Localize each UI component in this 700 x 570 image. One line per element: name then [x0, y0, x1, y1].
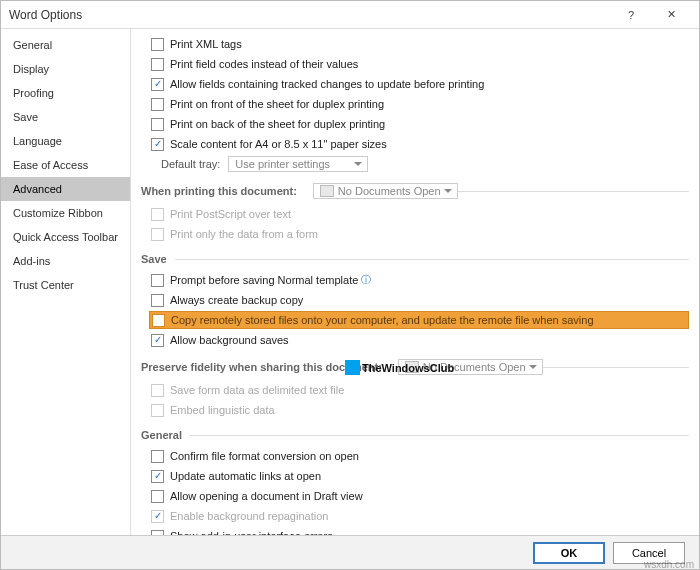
lbl-field-codes: Print field codes instead of their value… [170, 58, 358, 70]
chk-data-only [151, 228, 164, 241]
lbl-default-tray: Default tray: [161, 158, 220, 170]
chk-print-front[interactable] [151, 98, 164, 111]
sidebar-item-trust[interactable]: Trust Center [1, 273, 130, 297]
chk-scale[interactable] [151, 138, 164, 151]
chk-repagination [151, 510, 164, 523]
chk-backup[interactable] [151, 294, 164, 307]
content-pane[interactable]: Print XML tags Print field codes instead… [131, 29, 699, 535]
chk-draft-view[interactable] [151, 490, 164, 503]
info-icon[interactable]: ⓘ [361, 273, 371, 287]
lbl-update-links: Update automatic links at open [170, 470, 321, 482]
dialog-body: General Display Proofing Save Language E… [1, 29, 699, 535]
titlebar: Word Options ? ✕ [1, 1, 699, 29]
chk-form-data [151, 384, 164, 397]
lbl-embed-ling: Embed linguistic data [170, 404, 275, 416]
window-title: Word Options [9, 8, 611, 22]
section-save: Save [141, 253, 689, 265]
chk-bg-saves[interactable] [151, 334, 164, 347]
sidebar-item-ribbon[interactable]: Customize Ribbon [1, 201, 130, 225]
watermark-source: wsxdh.com [644, 559, 694, 570]
dialog-footer: OK Cancel [1, 535, 699, 569]
section-title: Save [141, 253, 167, 265]
lbl-print-back: Print on back of the sheet for duplex pr… [170, 118, 385, 130]
lbl-print-xml: Print XML tags [170, 38, 242, 50]
lbl-scale: Scale content for A4 or 8.5 x 11" paper … [170, 138, 387, 150]
lbl-copy-remote: Copy remotely stored files onto your com… [171, 314, 594, 326]
document-icon [320, 185, 334, 197]
sidebar-item-proofing[interactable]: Proofing [1, 81, 130, 105]
lbl-backup: Always create backup copy [170, 294, 303, 306]
chk-copy-remote[interactable] [152, 314, 165, 327]
sidebar-item-language[interactable]: Language [1, 129, 130, 153]
chk-allow-fields[interactable] [151, 78, 164, 91]
chk-field-codes[interactable] [151, 58, 164, 71]
sidebar-item-qat[interactable]: Quick Access Toolbar [1, 225, 130, 249]
lbl-allow-fields: Allow fields containing tracked changes … [170, 78, 484, 90]
lbl-print-front: Print on front of the sheet for duplex p… [170, 98, 384, 110]
dd-default-tray[interactable]: Use printer settings [228, 156, 368, 172]
dd-printing-doc[interactable]: No Documents Open [313, 183, 458, 199]
chk-prompt-normal[interactable] [151, 274, 164, 287]
lbl-prompt-normal: Prompt before saving Normal template [170, 274, 358, 286]
sidebar-item-addins[interactable]: Add-ins [1, 249, 130, 273]
lbl-draft-view: Allow opening a document in Draft view [170, 490, 363, 502]
chk-embed-ling [151, 404, 164, 417]
sidebar-item-general[interactable]: General [1, 33, 130, 57]
chk-print-back[interactable] [151, 118, 164, 131]
sidebar-item-advanced[interactable]: Advanced [1, 177, 130, 201]
chk-update-links[interactable] [151, 470, 164, 483]
lbl-bg-saves: Allow background saves [170, 334, 289, 346]
chk-print-xml[interactable] [151, 38, 164, 51]
lbl-form-data: Save form data as delimited text file [170, 384, 344, 396]
sidebar: General Display Proofing Save Language E… [1, 29, 131, 535]
section-title: When printing this document: [141, 185, 297, 197]
lbl-postscript: Print PostScript over text [170, 208, 291, 220]
watermark-logo: TheWindowsClub [345, 360, 454, 375]
sidebar-item-display[interactable]: Display [1, 57, 130, 81]
help-button[interactable]: ? [611, 1, 651, 29]
lbl-data-only: Print only the data from a form [170, 228, 318, 240]
section-general: General [141, 429, 689, 441]
chk-confirm-conv[interactable] [151, 450, 164, 463]
ok-button[interactable]: OK [533, 542, 605, 564]
close-button[interactable]: ✕ [651, 1, 691, 29]
sidebar-item-save[interactable]: Save [1, 105, 130, 129]
lbl-confirm-conv: Confirm file format conversion on open [170, 450, 359, 462]
row-copy-remote-highlighted: Copy remotely stored files onto your com… [149, 311, 689, 329]
word-options-dialog: Word Options ? ✕ General Display Proofin… [0, 0, 700, 570]
chk-postscript [151, 208, 164, 221]
logo-square-icon [345, 360, 360, 375]
sidebar-item-ease[interactable]: Ease of Access [1, 153, 130, 177]
section-title: General [141, 429, 182, 441]
lbl-repagination: Enable background repagination [170, 510, 328, 522]
section-printing-doc: When printing this document: No Document… [141, 183, 689, 199]
